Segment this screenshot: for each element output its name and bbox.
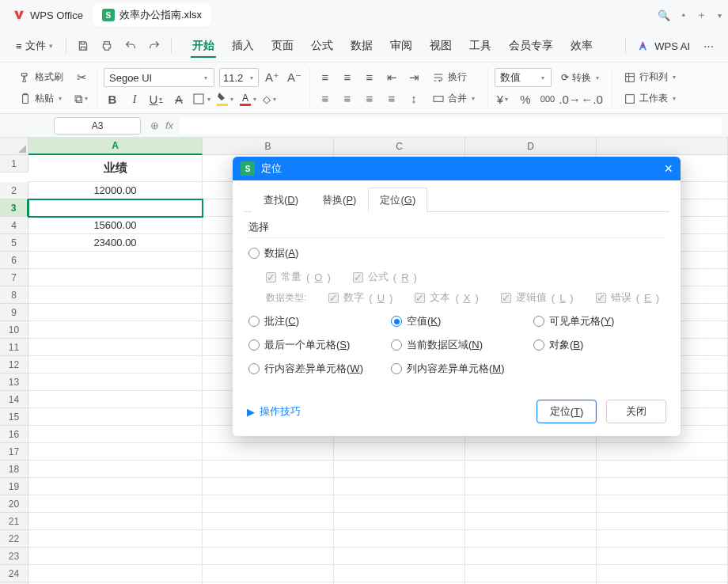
new-tab-button[interactable]: ＋ bbox=[696, 8, 707, 22]
undo-icon[interactable] bbox=[120, 36, 141, 56]
ribbon-tab-2[interactable]: 页面 bbox=[270, 34, 295, 58]
dialog-tab-1[interactable]: 替换(P) bbox=[310, 188, 368, 212]
radio-current-region[interactable]: 当前数据区域(N) bbox=[391, 338, 533, 352]
tips-link[interactable]: ▶操作技巧 bbox=[247, 404, 301, 419]
ribbon-tab-1[interactable]: 插入 bbox=[230, 34, 256, 58]
dot-icon[interactable]: • bbox=[681, 9, 685, 21]
cell[interactable] bbox=[465, 495, 597, 513]
ribbon-tab-6[interactable]: 视图 bbox=[428, 34, 453, 58]
save-icon[interactable] bbox=[73, 36, 93, 56]
cell[interactable] bbox=[203, 530, 334, 548]
row-col-button[interactable]: 行和列▾ bbox=[619, 68, 682, 86]
cell[interactable]: 23400.00 bbox=[28, 234, 203, 252]
cut-icon[interactable]: ✂ bbox=[73, 69, 90, 86]
cell[interactable]: 12000.00 bbox=[28, 182, 203, 199]
decrease-font-icon[interactable]: A⁻ bbox=[286, 69, 303, 86]
bold-button[interactable]: B bbox=[104, 90, 121, 108]
cell[interactable] bbox=[334, 495, 465, 513]
comma-icon[interactable]: 000 bbox=[539, 90, 556, 108]
name-box[interactable]: A3 bbox=[54, 117, 141, 135]
clear-format-button[interactable]: ◇▾ bbox=[263, 93, 278, 105]
row-header[interactable]: 7 bbox=[0, 269, 28, 286]
cell[interactable] bbox=[465, 478, 597, 495]
cell[interactable] bbox=[28, 269, 203, 286]
dialog-tab-0[interactable]: 查找(D) bbox=[252, 188, 310, 212]
cell[interactable] bbox=[597, 478, 728, 495]
align-top-icon[interactable]: ≡ bbox=[317, 69, 334, 86]
row-header[interactable]: 2 bbox=[0, 182, 28, 199]
goto-button[interactable]: 定位(T) bbox=[537, 400, 597, 423]
cell[interactable] bbox=[597, 548, 728, 565]
cell[interactable] bbox=[334, 478, 465, 495]
row-header[interactable]: 24 bbox=[0, 565, 28, 582]
cell[interactable] bbox=[334, 530, 465, 548]
row-header[interactable]: 19 bbox=[0, 478, 28, 495]
border-button[interactable]: ▾ bbox=[192, 93, 212, 105]
radio-last-cell[interactable]: 最后一个单元格(S) bbox=[248, 338, 391, 352]
cell[interactable] bbox=[465, 565, 597, 582]
ribbon-tab-8[interactable]: 会员专享 bbox=[507, 34, 555, 58]
indent-increase-icon[interactable]: ⇥ bbox=[405, 69, 423, 86]
cell[interactable] bbox=[465, 461, 597, 478]
col-header[interactable]: B bbox=[203, 138, 334, 155]
cell[interactable] bbox=[334, 548, 465, 565]
increase-decimal-icon[interactable]: .0→ bbox=[561, 90, 578, 108]
cell[interactable] bbox=[334, 513, 465, 530]
cell[interactable] bbox=[28, 426, 203, 443]
align-left-icon[interactable]: ≡ bbox=[317, 90, 334, 108]
orientation-icon[interactable]: ↕ bbox=[405, 90, 423, 108]
radio-data[interactable]: 数据(A) bbox=[248, 246, 391, 260]
strikethrough-button[interactable]: A bbox=[170, 90, 188, 108]
overflow-icon[interactable]: ⋯ bbox=[698, 36, 719, 56]
cell[interactable] bbox=[203, 478, 334, 495]
cell[interactable] bbox=[203, 461, 334, 478]
row-header[interactable]: 6 bbox=[0, 252, 28, 269]
radio-visible[interactable]: 可见单元格(Y) bbox=[533, 314, 668, 328]
row-header[interactable]: 9 bbox=[0, 304, 28, 321]
cell[interactable] bbox=[334, 443, 465, 461]
align-middle-icon[interactable]: ≡ bbox=[339, 69, 356, 86]
cell[interactable] bbox=[465, 530, 597, 548]
mic-icon[interactable]: 🔍 bbox=[658, 9, 670, 21]
print-icon[interactable] bbox=[97, 36, 117, 56]
number-format-select[interactable]: 数值▾ bbox=[495, 68, 552, 87]
font-color-button[interactable]: A▾ bbox=[240, 92, 258, 106]
row-header[interactable]: 23 bbox=[0, 548, 28, 565]
cell[interactable] bbox=[28, 286, 203, 304]
radio-col-diff[interactable]: 列内容差异单元格(M) bbox=[391, 362, 533, 376]
decrease-decimal-icon[interactable]: ←.0 bbox=[583, 90, 601, 108]
radio-comment[interactable]: 批注(C) bbox=[248, 314, 391, 328]
cell[interactable] bbox=[28, 443, 203, 461]
row-header[interactable]: 13 bbox=[0, 374, 28, 391]
currency-icon[interactable]: ¥▾ bbox=[495, 90, 512, 108]
cell[interactable]: 15600.00 bbox=[28, 217, 203, 234]
cell[interactable] bbox=[28, 321, 203, 339]
row-header[interactable]: 21 bbox=[0, 513, 28, 530]
col-header[interactable]: A bbox=[28, 138, 203, 155]
row-header[interactable]: 15 bbox=[0, 408, 28, 426]
radio-row-diff[interactable]: 行内容差异单元格(W) bbox=[248, 362, 391, 376]
cell[interactable] bbox=[28, 304, 203, 321]
close-button[interactable]: 关闭 bbox=[606, 400, 666, 423]
row-header[interactable]: 17 bbox=[0, 443, 28, 461]
ribbon-tab-0[interactable]: 开始 bbox=[191, 34, 216, 58]
ribbon-tab-7[interactable]: 工具 bbox=[468, 34, 493, 58]
formula-input[interactable] bbox=[180, 117, 722, 135]
cell[interactable]: 业绩 bbox=[28, 155, 203, 182]
ribbon-tab-3[interactable]: 公式 bbox=[309, 34, 335, 58]
cell[interactable] bbox=[334, 461, 465, 478]
fx-label[interactable]: fx bbox=[165, 119, 173, 131]
percent-icon[interactable]: % bbox=[517, 90, 534, 108]
cell[interactable] bbox=[203, 495, 334, 513]
cell[interactable] bbox=[28, 530, 203, 548]
cell[interactable] bbox=[28, 565, 203, 582]
font-family-select[interactable]: Segoe UI▾ bbox=[104, 68, 214, 87]
cell[interactable] bbox=[597, 513, 728, 530]
cell[interactable] bbox=[597, 565, 728, 582]
align-bottom-icon[interactable]: ≡ bbox=[361, 69, 378, 86]
col-header[interactable]: D bbox=[465, 138, 597, 155]
ribbon-tab-5[interactable]: 审阅 bbox=[389, 34, 414, 58]
cell[interactable] bbox=[28, 513, 203, 530]
font-size-select[interactable]: 11.2▾ bbox=[219, 68, 259, 87]
increase-font-icon[interactable]: A⁺ bbox=[264, 69, 281, 86]
